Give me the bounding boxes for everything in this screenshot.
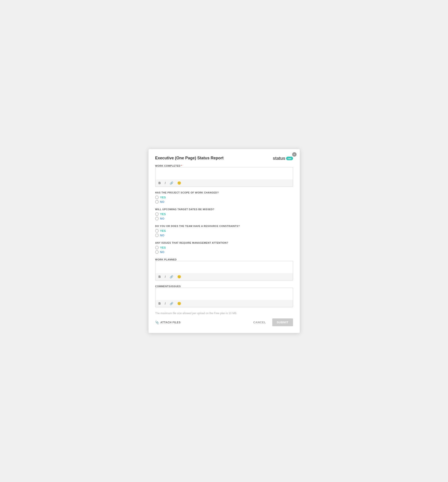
management-section: ANY ISSUES THAT REQUIRE MANAGEMENT ATTEN… xyxy=(155,241,293,254)
comments-input[interactable] xyxy=(155,288,293,300)
right-actions: CANCEL SUBMIT xyxy=(251,318,293,326)
scope-yes-option[interactable]: YES xyxy=(155,196,293,199)
paperclip-icon: 📎 xyxy=(155,321,159,324)
title-block: Executive (One Page) Status Report xyxy=(155,156,224,161)
work-completed-input[interactable] xyxy=(155,167,293,179)
work-planned-toolbar: B I 🔗 🙂 xyxy=(155,273,293,281)
management-no-option[interactable]: NO xyxy=(155,250,293,254)
scope-yes-radio[interactable] xyxy=(155,196,158,199)
management-no-radio[interactable] xyxy=(155,250,158,254)
link-icon-3: 🔗 xyxy=(170,302,173,305)
work-planned-input[interactable] xyxy=(155,261,293,273)
scope-no-radio[interactable] xyxy=(155,200,158,203)
italic-icon: I xyxy=(165,181,166,185)
link-icon: 🔗 xyxy=(170,181,173,185)
scope-no-option[interactable]: NO xyxy=(155,200,293,203)
bold-icon-2: B xyxy=(158,275,161,279)
target-yes-radio[interactable] xyxy=(155,212,158,216)
brand-badge: net xyxy=(286,157,293,160)
target-dates-label: WILL UPCOMING TARGET DATES BE MISSED? xyxy=(155,208,293,211)
bold-button[interactable]: B xyxy=(158,181,162,185)
link-button[interactable]: 🔗 xyxy=(169,181,174,185)
bold-button-3[interactable]: B xyxy=(158,301,162,306)
brand-text: status xyxy=(273,156,285,161)
resource-no-option[interactable]: NO xyxy=(155,234,293,237)
italic-icon-3: I xyxy=(165,302,166,305)
target-yes-label: YES xyxy=(160,212,166,216)
work-completed-label: WORK COMPLETED* xyxy=(155,164,293,167)
comments-toolbar: B I 🔗 🙂 xyxy=(155,300,293,307)
italic-button-3[interactable]: I xyxy=(164,301,167,306)
resource-no-label: NO xyxy=(160,234,165,237)
modal-header: Executive (One Page) Status Report statu… xyxy=(155,156,293,161)
comments-section: COMMENTS/ISSUES B I 🔗 🙂 xyxy=(155,285,293,307)
brand-logo: status net xyxy=(273,156,293,161)
close-button[interactable]: × xyxy=(292,152,297,157)
resource-yes-option[interactable]: YES xyxy=(155,229,293,233)
resource-no-radio[interactable] xyxy=(155,234,158,237)
emoji-icon-3: 🙂 xyxy=(177,302,181,305)
target-no-option[interactable]: NO xyxy=(155,217,293,220)
bold-button-2[interactable]: B xyxy=(158,274,162,279)
scope-no-label: NO xyxy=(160,200,165,203)
emoji-icon-2: 🙂 xyxy=(177,275,181,279)
emoji-button-3[interactable]: 🙂 xyxy=(176,301,182,306)
emoji-button-2[interactable]: 🙂 xyxy=(176,274,182,279)
bold-icon-3: B xyxy=(158,302,161,305)
target-dates-section: WILL UPCOMING TARGET DATES BE MISSED? YE… xyxy=(155,208,293,220)
resource-label: DO YOU OR DOES THE TEAM HAVE A RESOURCE … xyxy=(155,225,293,227)
work-completed-toolbar: B I 🔗 🙂 xyxy=(155,179,293,187)
modal-title: Executive (One Page) Status Report xyxy=(155,156,224,161)
link-icon-2: 🔗 xyxy=(170,275,173,279)
cancel-button[interactable]: CANCEL xyxy=(251,319,268,326)
management-yes-label: YES xyxy=(160,246,166,249)
management-no-label: NO xyxy=(160,250,165,254)
scope-question-label: HAS THE PROJECT SCOPE OF WORK CHANGED? xyxy=(155,191,293,194)
target-yes-option[interactable]: YES xyxy=(155,212,293,216)
footer-section: The maximum file size allowed per upload… xyxy=(155,312,293,326)
submit-button[interactable]: SUBMIT xyxy=(272,318,293,326)
comments-label: COMMENTS/ISSUES xyxy=(155,285,293,288)
file-size-note: The maximum file size allowed per upload… xyxy=(155,312,293,315)
italic-button-2[interactable]: I xyxy=(164,274,167,279)
management-yes-radio[interactable] xyxy=(155,246,158,249)
italic-icon-2: I xyxy=(165,275,166,279)
link-button-3[interactable]: 🔗 xyxy=(169,301,174,306)
target-no-radio[interactable] xyxy=(155,217,158,220)
link-button-2[interactable]: 🔗 xyxy=(169,275,174,279)
italic-button[interactable]: I xyxy=(164,181,167,185)
management-label: ANY ISSUES THAT REQUIRE MANAGEMENT ATTEN… xyxy=(155,241,293,244)
scope-question-section: HAS THE PROJECT SCOPE OF WORK CHANGED? Y… xyxy=(155,191,293,203)
resource-yes-radio[interactable] xyxy=(155,229,158,233)
scope-yes-label: YES xyxy=(160,196,166,199)
modal-container: Executive (One Page) Status Report statu… xyxy=(148,149,300,333)
emoji-button[interactable]: 🙂 xyxy=(176,181,182,185)
bold-icon: B xyxy=(158,181,161,185)
emoji-icon: 🙂 xyxy=(177,181,181,185)
resource-yes-label: YES xyxy=(160,229,166,233)
target-no-label: NO xyxy=(160,217,165,220)
resource-section: DO YOU OR DOES THE TEAM HAVE A RESOURCE … xyxy=(155,225,293,237)
attach-files-button[interactable]: 📎 ATTACH FILES xyxy=(155,321,181,324)
footer-actions: 📎 ATTACH FILES CANCEL SUBMIT xyxy=(155,318,293,326)
work-completed-section: WORK COMPLETED* B I 🔗 🙂 xyxy=(155,164,293,187)
work-planned-section: WORK PLANNED B I 🔗 🙂 xyxy=(155,258,293,281)
management-yes-option[interactable]: YES xyxy=(155,246,293,249)
attach-label: ATTACH FILES xyxy=(160,321,181,324)
work-planned-label: WORK PLANNED xyxy=(155,258,293,261)
required-star: * xyxy=(181,164,182,167)
